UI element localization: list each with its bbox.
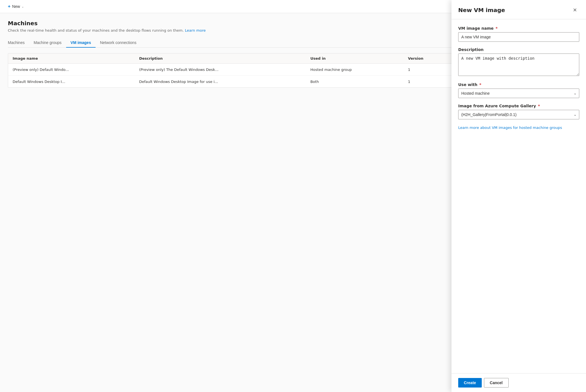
col-used-in: Used in bbox=[306, 54, 403, 64]
col-version: Version bbox=[404, 54, 451, 64]
use-with-select[interactable]: Hosted machine Hosted machine group Both bbox=[458, 89, 579, 98]
create-button[interactable]: Create bbox=[458, 378, 482, 388]
new-button[interactable]: + New ⌄ bbox=[6, 3, 26, 10]
panel-body: VM image name * Description A new VM ima… bbox=[451, 19, 586, 373]
use-with-label: Use with * bbox=[458, 82, 579, 87]
vm-image-name-group: VM image name * bbox=[458, 26, 579, 42]
description-textarea[interactable]: A new VM image with description bbox=[458, 54, 579, 76]
new-vm-image-panel: New VM image ✕ VM image name * Descripti… bbox=[451, 0, 586, 392]
tab-network-connections[interactable]: Network connections bbox=[96, 38, 141, 48]
cell-used-in: Both bbox=[306, 76, 403, 88]
col-description: Description bbox=[135, 54, 306, 64]
required-indicator: * bbox=[538, 104, 540, 108]
cell-description: Default Windows Desktop Image for use i.… bbox=[135, 76, 306, 88]
use-with-select-wrapper: Hosted machine Hosted machine group Both… bbox=[458, 89, 579, 98]
image-from-gallery-select-wrapper: (H2H_Gallery|FromPortal|0.0.1) ⌄ bbox=[458, 110, 579, 119]
new-button-label: New bbox=[12, 4, 20, 9]
required-indicator: * bbox=[495, 26, 497, 31]
image-from-gallery-select[interactable]: (H2H_Gallery|FromPortal|0.0.1) bbox=[458, 110, 579, 119]
plus-icon: + bbox=[8, 4, 10, 9]
close-button[interactable]: ✕ bbox=[570, 6, 579, 15]
vm-image-name-label: VM image name * bbox=[458, 26, 579, 31]
panel-header: New VM image ✕ bbox=[451, 0, 586, 19]
use-with-group: Use with * Hosted machine Hosted machine… bbox=[458, 82, 579, 98]
required-indicator: * bbox=[479, 82, 481, 87]
vm-images-learn-more-link[interactable]: Learn more about VM images for hosted ma… bbox=[458, 125, 579, 131]
vm-image-name-input[interactable] bbox=[458, 32, 579, 42]
image-from-gallery-label: Image from Azure Compute Gallery * bbox=[458, 104, 579, 108]
tab-machine-groups[interactable]: Machine groups bbox=[29, 38, 66, 48]
chevron-down-icon: ⌄ bbox=[22, 5, 24, 8]
tab-vm-images[interactable]: VM images bbox=[66, 38, 96, 48]
learn-more-link[interactable]: Learn more bbox=[185, 28, 206, 33]
image-from-gallery-group: Image from Azure Compute Gallery * (H2H_… bbox=[458, 104, 579, 119]
cell-image-name: (Preview only) Default Windo... bbox=[8, 64, 135, 76]
cell-version: 1 bbox=[404, 76, 451, 88]
panel-footer: Create Cancel bbox=[451, 373, 586, 392]
description-label: Description bbox=[458, 47, 579, 52]
cell-image-name: Default Windows Desktop I... bbox=[8, 76, 135, 88]
cell-description: (Preview only) The Default Windows Desk.… bbox=[135, 64, 306, 76]
cell-used-in: Hosted machine group bbox=[306, 64, 403, 76]
description-group: Description A new VM image with descript… bbox=[458, 47, 579, 77]
cell-version: 1 bbox=[404, 64, 451, 76]
col-image-name: Image name bbox=[8, 54, 135, 64]
tab-machines[interactable]: Machines bbox=[8, 38, 29, 48]
cancel-button[interactable]: Cancel bbox=[484, 378, 509, 388]
panel-title: New VM image bbox=[458, 7, 505, 13]
